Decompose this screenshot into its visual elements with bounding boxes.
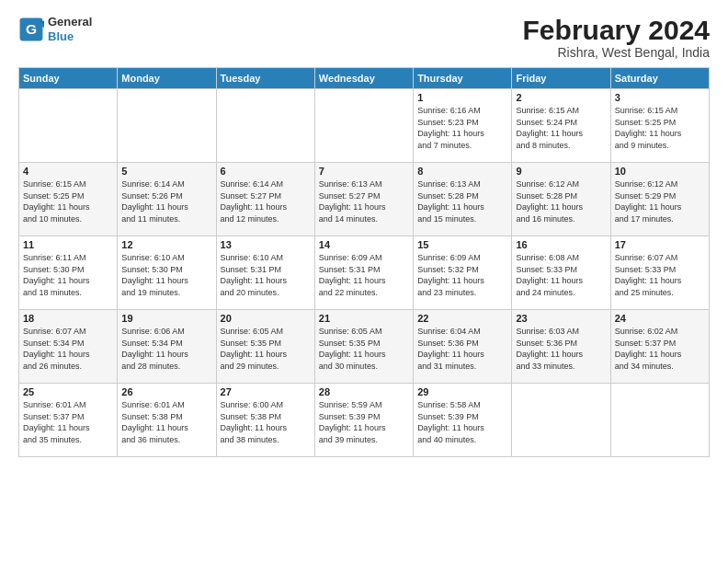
day-cell: 18Sunrise: 6:07 AM Sunset: 5:34 PM Dayli…	[19, 310, 118, 384]
day-info: Sunrise: 6:12 AM Sunset: 5:28 PM Dayligh…	[516, 178, 606, 224]
day-info: Sunrise: 6:02 AM Sunset: 5:37 PM Dayligh…	[615, 326, 705, 372]
day-cell: 23Sunrise: 6:03 AM Sunset: 5:36 PM Dayli…	[512, 310, 610, 384]
day-cell	[610, 384, 709, 457]
day-info: Sunrise: 6:06 AM Sunset: 5:34 PM Dayligh…	[121, 326, 211, 372]
day-info: Sunrise: 5:58 AM Sunset: 5:39 PM Dayligh…	[417, 399, 507, 445]
day-cell: 29Sunrise: 5:58 AM Sunset: 5:39 PM Dayli…	[414, 384, 512, 457]
day-cell: 19Sunrise: 6:06 AM Sunset: 5:34 PM Dayli…	[118, 310, 216, 384]
day-number: 27	[221, 386, 311, 397]
day-cell: 26Sunrise: 6:01 AM Sunset: 5:38 PM Dayli…	[118, 384, 216, 457]
day-info: Sunrise: 6:14 AM Sunset: 5:26 PM Dayligh…	[121, 178, 211, 224]
day-number: 6	[221, 166, 311, 177]
day-number: 12	[121, 239, 211, 250]
day-cell	[216, 89, 314, 163]
day-number: 20	[221, 313, 311, 324]
week-row-1: 4Sunrise: 6:15 AM Sunset: 5:25 PM Daylig…	[19, 163, 710, 236]
day-info: Sunrise: 6:12 AM Sunset: 5:29 PM Dayligh…	[615, 178, 705, 224]
day-number: 11	[23, 239, 113, 250]
day-info: Sunrise: 6:13 AM Sunset: 5:28 PM Dayligh…	[417, 178, 507, 224]
day-number: 22	[417, 313, 507, 324]
day-info: Sunrise: 6:09 AM Sunset: 5:31 PM Dayligh…	[319, 252, 409, 298]
day-cell: 21Sunrise: 6:05 AM Sunset: 5:35 PM Dayli…	[314, 310, 413, 384]
day-cell: 17Sunrise: 6:07 AM Sunset: 5:33 PM Dayli…	[610, 236, 709, 310]
day-number: 10	[615, 166, 705, 177]
day-info: Sunrise: 6:07 AM Sunset: 5:34 PM Dayligh…	[23, 326, 113, 372]
day-info: Sunrise: 6:05 AM Sunset: 5:35 PM Dayligh…	[319, 326, 409, 372]
page: G General Blue February 2024 Rishra, Wes…	[0, 0, 728, 466]
day-info: Sunrise: 6:16 AM Sunset: 5:23 PM Dayligh…	[417, 105, 507, 151]
day-info: Sunrise: 6:08 AM Sunset: 5:33 PM Dayligh…	[516, 252, 606, 298]
day-cell: 22Sunrise: 6:04 AM Sunset: 5:36 PM Dayli…	[414, 310, 512, 384]
day-cell: 3Sunrise: 6:15 AM Sunset: 5:25 PM Daylig…	[610, 89, 709, 163]
day-cell	[118, 89, 216, 163]
day-number: 25	[23, 386, 113, 397]
day-number: 14	[319, 239, 409, 250]
week-row-2: 11Sunrise: 6:11 AM Sunset: 5:30 PM Dayli…	[19, 236, 710, 310]
day-cell: 6Sunrise: 6:14 AM Sunset: 5:27 PM Daylig…	[216, 163, 314, 236]
day-info: Sunrise: 6:03 AM Sunset: 5:36 PM Dayligh…	[516, 326, 606, 372]
header: G General Blue February 2024 Rishra, Wes…	[18, 15, 710, 60]
day-number: 8	[417, 166, 507, 177]
day-number: 1	[417, 92, 507, 103]
day-cell	[19, 89, 118, 163]
day-number: 16	[516, 239, 606, 250]
day-cell: 25Sunrise: 6:01 AM Sunset: 5:37 PM Dayli…	[19, 384, 118, 457]
logo: G General Blue	[18, 15, 92, 43]
day-number: 4	[23, 166, 113, 177]
day-cell: 7Sunrise: 6:13 AM Sunset: 5:27 PM Daylig…	[314, 163, 413, 236]
header-cell-friday: Friday	[512, 68, 610, 89]
day-info: Sunrise: 6:01 AM Sunset: 5:38 PM Dayligh…	[121, 399, 211, 445]
day-number: 9	[516, 166, 606, 177]
day-number: 26	[121, 386, 211, 397]
logo-text-blue: Blue	[48, 29, 92, 44]
day-cell: 16Sunrise: 6:08 AM Sunset: 5:33 PM Dayli…	[512, 236, 610, 310]
day-info: Sunrise: 6:13 AM Sunset: 5:27 PM Dayligh…	[319, 178, 409, 224]
day-cell: 2Sunrise: 6:15 AM Sunset: 5:24 PM Daylig…	[512, 89, 610, 163]
day-cell: 1Sunrise: 6:16 AM Sunset: 5:23 PM Daylig…	[414, 89, 512, 163]
day-number: 13	[221, 239, 311, 250]
day-cell: 28Sunrise: 5:59 AM Sunset: 5:39 PM Dayli…	[314, 384, 413, 457]
header-cell-saturday: Saturday	[610, 68, 709, 89]
day-cell: 11Sunrise: 6:11 AM Sunset: 5:30 PM Dayli…	[19, 236, 118, 310]
day-cell: 5Sunrise: 6:14 AM Sunset: 5:26 PM Daylig…	[118, 163, 216, 236]
day-cell: 10Sunrise: 6:12 AM Sunset: 5:29 PM Dayli…	[610, 163, 709, 236]
day-cell	[512, 384, 610, 457]
day-info: Sunrise: 6:01 AM Sunset: 5:37 PM Dayligh…	[23, 399, 113, 445]
logo-icon: G	[18, 17, 44, 42]
day-number: 5	[121, 166, 211, 177]
day-number: 3	[615, 92, 705, 103]
day-info: Sunrise: 6:09 AM Sunset: 5:32 PM Dayligh…	[417, 252, 507, 298]
header-cell-monday: Monday	[118, 68, 216, 89]
calendar-table: SundayMondayTuesdayWednesdayThursdayFrid…	[18, 67, 710, 457]
day-info: Sunrise: 6:10 AM Sunset: 5:30 PM Dayligh…	[121, 252, 211, 298]
header-cell-sunday: Sunday	[19, 68, 118, 89]
logo-text-general: General	[48, 15, 92, 29]
svg-text:G: G	[26, 20, 37, 36]
day-number: 21	[319, 313, 409, 324]
day-number: 29	[417, 386, 507, 397]
day-cell: 8Sunrise: 6:13 AM Sunset: 5:28 PM Daylig…	[414, 163, 512, 236]
day-info: Sunrise: 5:59 AM Sunset: 5:39 PM Dayligh…	[319, 399, 409, 445]
day-info: Sunrise: 6:14 AM Sunset: 5:27 PM Dayligh…	[221, 178, 311, 224]
day-number: 2	[516, 92, 606, 103]
day-cell: 14Sunrise: 6:09 AM Sunset: 5:31 PM Dayli…	[314, 236, 413, 310]
header-cell-thursday: Thursday	[414, 68, 512, 89]
day-number: 24	[615, 313, 705, 324]
day-info: Sunrise: 6:07 AM Sunset: 5:33 PM Dayligh…	[615, 252, 705, 298]
day-info: Sunrise: 6:15 AM Sunset: 5:25 PM Dayligh…	[23, 178, 113, 224]
page-subtitle: Rishra, West Bengal, India	[523, 45, 710, 60]
title-area: February 2024 Rishra, West Bengal, India	[523, 15, 710, 60]
week-row-0: 1Sunrise: 6:16 AM Sunset: 5:23 PM Daylig…	[19, 89, 710, 163]
week-row-3: 18Sunrise: 6:07 AM Sunset: 5:34 PM Dayli…	[19, 310, 710, 384]
header-cell-wednesday: Wednesday	[314, 68, 413, 89]
day-number: 23	[516, 313, 606, 324]
day-number: 17	[615, 239, 705, 250]
day-number: 18	[23, 313, 113, 324]
page-title: February 2024	[523, 15, 710, 45]
day-cell: 15Sunrise: 6:09 AM Sunset: 5:32 PM Dayli…	[414, 236, 512, 310]
day-info: Sunrise: 6:15 AM Sunset: 5:24 PM Dayligh…	[516, 105, 606, 151]
day-info: Sunrise: 6:15 AM Sunset: 5:25 PM Dayligh…	[615, 105, 705, 151]
day-cell: 24Sunrise: 6:02 AM Sunset: 5:37 PM Dayli…	[610, 310, 709, 384]
day-cell: 9Sunrise: 6:12 AM Sunset: 5:28 PM Daylig…	[512, 163, 610, 236]
day-number: 7	[319, 166, 409, 177]
